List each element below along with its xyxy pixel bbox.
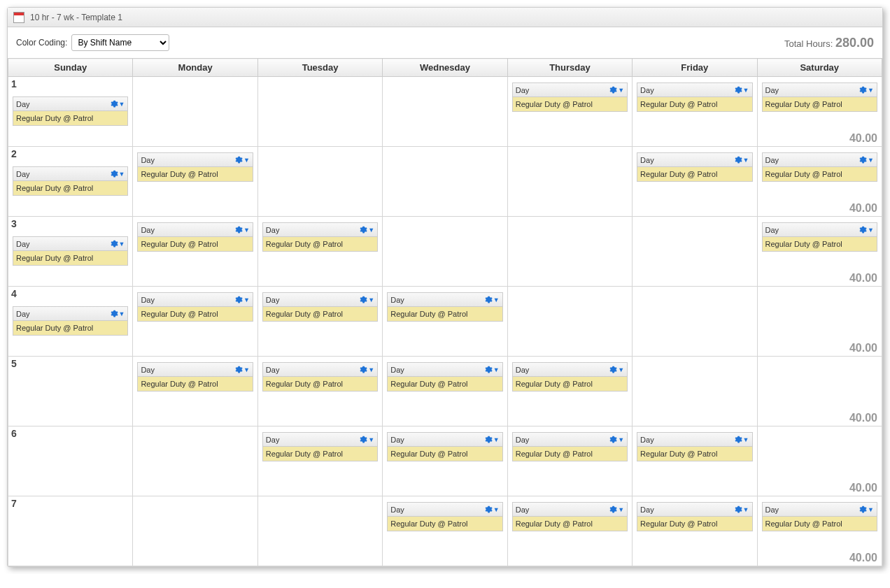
calendar-cell[interactable] [133, 77, 257, 147]
shift-block[interactable]: Day▼Regular Duty @ Patrol [137, 362, 253, 392]
gear-icon[interactable]: ▼ [483, 435, 500, 444]
calendar-cell[interactable]: Day▼Regular Duty @ Patrol [507, 496, 632, 566]
shift-block[interactable]: Day▼Regular Duty @ Patrol [13, 96, 128, 126]
gear-icon[interactable]: ▼ [109, 239, 125, 248]
gear-icon[interactable]: ▼ [358, 225, 374, 234]
shift-block[interactable]: Day▼Regular Duty @ Patrol [137, 222, 253, 252]
calendar-cell[interactable]: Day▼Regular Duty @ Patrol [633, 496, 757, 566]
gear-icon[interactable]: ▼ [733, 85, 749, 94]
shift-block[interactable]: Day▼Regular Duty @ Patrol [137, 152, 253, 182]
calendar-cell[interactable]: Day▼Regular Duty @ Patrol [633, 147, 757, 217]
calendar-cell[interactable]: Day▼Regular Duty @ Patrol40.00 [757, 217, 882, 287]
gear-icon[interactable]: ▼ [608, 505, 624, 514]
calendar-cell[interactable]: Day▼Regular Duty @ Patrol [383, 496, 507, 566]
calendar-cell[interactable]: 40.00 [757, 426, 882, 496]
shift-block[interactable]: Day▼Regular Duty @ Patrol [637, 83, 752, 112]
shift-block[interactable]: Day▼Regular Duty @ Patrol [387, 292, 502, 322]
gear-icon[interactable]: ▼ [483, 505, 500, 514]
gear-icon[interactable]: ▼ [234, 295, 250, 304]
calendar-cell[interactable]: Day▼Regular Duty @ Patrol [507, 357, 632, 426]
gear-icon[interactable]: ▼ [733, 155, 749, 164]
shift-block[interactable]: Day▼Regular Duty @ Patrol [512, 83, 628, 112]
calendar-cell[interactable]: Day▼Regular Duty @ Patrol [133, 287, 257, 357]
gear-icon[interactable]: ▼ [483, 365, 500, 374]
calendar-cell[interactable]: Day▼Regular Duty @ Patrol [257, 357, 382, 426]
calendar-cell[interactable]: 5 [8, 357, 133, 426]
calendar-cell[interactable]: Day▼Regular Duty @ Patrol [257, 287, 382, 357]
calendar-cell[interactable]: Day▼Regular Duty @ Patrol [633, 77, 757, 147]
shift-block[interactable]: Day▼Regular Duty @ Patrol [512, 432, 628, 461]
gear-icon[interactable]: ▼ [858, 225, 874, 234]
shift-block[interactable]: Day▼Regular Duty @ Patrol [637, 502, 752, 531]
shift-block[interactable]: Day▼Regular Duty @ Patrol [762, 502, 877, 531]
gear-icon[interactable]: ▼ [109, 99, 125, 108]
calendar-cell[interactable] [383, 217, 507, 287]
calendar-cell[interactable] [133, 426, 257, 496]
calendar-cell[interactable] [383, 147, 507, 217]
gear-icon[interactable]: ▼ [858, 155, 874, 164]
calendar-cell[interactable] [257, 496, 382, 566]
calendar-cell[interactable]: 3Day▼Regular Duty @ Patrol [8, 217, 133, 287]
calendar-cell[interactable]: Day▼Regular Duty @ Patrol [133, 217, 257, 287]
calendar-cell[interactable] [507, 287, 632, 357]
calendar-cell[interactable]: Day▼Regular Duty @ Patrol [383, 426, 507, 496]
gear-icon[interactable]: ▼ [858, 505, 874, 514]
calendar-cell[interactable] [257, 77, 382, 147]
calendar-cell[interactable]: Day▼Regular Duty @ Patrol40.00 [757, 496, 882, 566]
shift-block[interactable]: Day▼Regular Duty @ Patrol [387, 432, 502, 461]
calendar-cell[interactable]: 7 [8, 496, 133, 566]
gear-icon[interactable]: ▼ [109, 169, 125, 178]
gear-icon[interactable]: ▼ [483, 295, 500, 304]
shift-block[interactable]: Day▼Regular Duty @ Patrol [762, 222, 877, 252]
shift-block[interactable]: Day▼Regular Duty @ Patrol [762, 152, 877, 182]
calendar-cell[interactable] [507, 147, 632, 217]
gear-icon[interactable]: ▼ [109, 309, 125, 318]
shift-block[interactable]: Day▼Regular Duty @ Patrol [637, 152, 752, 182]
gear-icon[interactable]: ▼ [733, 435, 749, 444]
calendar-cell[interactable]: Day▼Regular Duty @ Patrol [383, 287, 507, 357]
calendar-cell[interactable]: Day▼Regular Duty @ Patrol [633, 426, 757, 496]
gear-icon[interactable]: ▼ [608, 435, 624, 444]
gear-icon[interactable]: ▼ [234, 365, 250, 374]
calendar-cell[interactable]: Day▼Regular Duty @ Patrol [383, 357, 507, 426]
calendar-cell[interactable]: Day▼Regular Duty @ Patrol [133, 147, 257, 217]
gear-icon[interactable]: ▼ [733, 505, 749, 514]
calendar-cell[interactable]: 1Day▼Regular Duty @ Patrol [8, 77, 133, 147]
calendar-cell[interactable] [633, 287, 757, 357]
shift-block[interactable]: Day▼Regular Duty @ Patrol [262, 222, 378, 252]
gear-icon[interactable]: ▼ [608, 365, 624, 374]
gear-icon[interactable]: ▼ [358, 295, 374, 304]
shift-block[interactable]: Day▼Regular Duty @ Patrol [762, 83, 877, 112]
gear-icon[interactable]: ▼ [234, 155, 250, 164]
calendar-cell[interactable]: Day▼Regular Duty @ Patrol [133, 357, 257, 426]
shift-block[interactable]: Day▼Regular Duty @ Patrol [512, 502, 628, 531]
shift-block[interactable]: Day▼Regular Duty @ Patrol [387, 502, 502, 531]
calendar-cell[interactable]: Day▼Regular Duty @ Patrol [257, 426, 382, 496]
calendar-cell[interactable]: 4Day▼Regular Duty @ Patrol [8, 287, 133, 357]
shift-block[interactable]: Day▼Regular Duty @ Patrol [13, 236, 128, 266]
gear-icon[interactable]: ▼ [608, 85, 624, 94]
calendar-cell[interactable] [507, 217, 632, 287]
calendar-cell[interactable] [633, 357, 757, 426]
calendar-cell[interactable] [383, 77, 507, 147]
calendar-cell[interactable] [257, 147, 382, 217]
color-coding-select[interactable]: By Shift Name [71, 34, 169, 51]
shift-block[interactable]: Day▼Regular Duty @ Patrol [262, 292, 378, 322]
calendar-cell[interactable]: 2Day▼Regular Duty @ Patrol [8, 147, 133, 217]
calendar-cell[interactable]: Day▼Regular Duty @ Patrol [257, 217, 382, 287]
calendar-cell[interactable] [633, 217, 757, 287]
shift-block[interactable]: Day▼Regular Duty @ Patrol [512, 362, 628, 392]
gear-icon[interactable]: ▼ [234, 225, 250, 234]
calendar-cell[interactable]: 40.00 [757, 287, 882, 357]
calendar-cell[interactable]: Day▼Regular Duty @ Patrol [507, 426, 632, 496]
shift-block[interactable]: Day▼Regular Duty @ Patrol [13, 306, 128, 336]
calendar-cell[interactable] [133, 496, 257, 566]
calendar-cell[interactable]: 40.00 [757, 357, 882, 426]
gear-icon[interactable]: ▼ [858, 85, 874, 94]
shift-block[interactable]: Day▼Regular Duty @ Patrol [387, 362, 502, 392]
calendar-cell[interactable]: Day▼Regular Duty @ Patrol40.00 [757, 147, 882, 217]
calendar-cell[interactable]: Day▼Regular Duty @ Patrol40.00 [757, 77, 882, 147]
shift-block[interactable]: Day▼Regular Duty @ Patrol [13, 166, 128, 196]
calendar-cell[interactable]: 6 [8, 426, 133, 496]
gear-icon[interactable]: ▼ [358, 365, 374, 374]
